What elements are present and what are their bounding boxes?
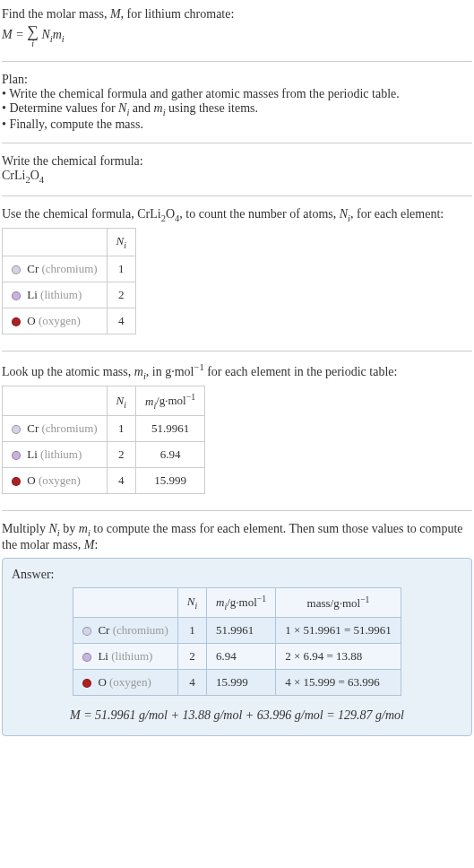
header-mass: mass/g·mol−1 [276, 588, 401, 618]
element-dot-icon [82, 679, 91, 688]
chemical-formula: CrLi2O4 [2, 169, 472, 185]
intro-var-m: M [110, 7, 121, 21]
plan-bullet-1: • Write the chemical formula and gather … [2, 87, 472, 101]
intro-text-cont: , for lithium chromate: [121, 7, 235, 21]
step2-text: Use the chemical formula, CrLi2O4, to co… [2, 207, 472, 223]
answer-box: Answer: Ni mi/g·mol−1 mass/g·mol−1 Cr (c… [2, 558, 472, 736]
eq-mi: mi [53, 28, 65, 41]
plan-heading: Plan: [2, 73, 472, 87]
plan-section: Plan: • Write the chemical formula and g… [2, 69, 472, 135]
element-dot-icon [12, 291, 21, 300]
table-row: Li (lithium) 2 [3, 282, 136, 308]
table-header-row: Ni mi/g·mol−1 [3, 386, 205, 416]
table-row: O (oxygen) 4 [3, 308, 136, 334]
plan-bullet-2: • Determine values for Ni and mi using t… [2, 101, 472, 117]
step2-section: Use the chemical formula, CrLi2O4, to co… [2, 204, 472, 343]
header-ni: Ni [107, 386, 135, 416]
table-header-row: Ni mi/g·mol−1 mass/g·mol−1 [73, 588, 401, 618]
step1-heading: Write the chemical formula: [2, 154, 472, 169]
element-dot-icon [82, 627, 91, 636]
header-mi: mi/g·mol−1 [135, 386, 204, 416]
table-row: Li (lithium) 2 6.94 [3, 442, 205, 468]
answer-table: Ni mi/g·mol−1 mass/g·mol−1 Cr (chromium)… [73, 587, 401, 696]
step3-text: Look up the atomic mass, mi, in g·mol−1 … [2, 362, 472, 380]
element-dot-icon [12, 425, 21, 434]
table-row: O (oxygen) 4 15.999 4 × 15.999 = 63.996 [73, 670, 401, 696]
atom-count-table: Ni Cr (chromium) 1 Li (lithium) 2 O (oxy… [2, 228, 136, 334]
table-header-row: Ni [3, 229, 136, 256]
table-row: Cr (chromium) 1 51.9961 [3, 416, 205, 442]
divider [2, 351, 472, 352]
step4-section: Multiply Ni by mi to compute the mass fo… [2, 518, 472, 740]
step4-text: Multiply Ni by mi to compute the mass fo… [2, 522, 472, 552]
intro-equation: M = ∑i Nimi [2, 22, 472, 50]
divider [2, 195, 472, 196]
element-dot-icon [12, 477, 21, 486]
intro-section: Find the molar mass, M, for lithium chro… [2, 4, 472, 54]
step1-section: Write the chemical formula: CrLi2O4 [2, 151, 472, 188]
intro-text: Find the molar mass, [2, 7, 110, 21]
element-dot-icon [12, 451, 21, 460]
element-dot-icon [12, 317, 21, 326]
divider [2, 61, 472, 62]
header-ni: Ni [177, 588, 206, 618]
element-dot-icon [82, 653, 91, 662]
header-ni: Ni [107, 229, 135, 256]
step3-section: Look up the atomic mass, mi, in g·mol−1 … [2, 359, 472, 503]
sigma-icon: ∑i [27, 23, 39, 48]
atomic-mass-table: Ni mi/g·mol−1 Cr (chromium) 1 51.9961 Li… [2, 386, 205, 494]
plan-bullet-3: • Finally, compute the mass. [2, 117, 472, 132]
eq-lhs: M = [2, 28, 27, 41]
divider [2, 143, 472, 143]
table-row: Cr (chromium) 1 51.9961 1 × 51.9961 = 51… [73, 618, 401, 644]
table-row: O (oxygen) 4 15.999 [3, 468, 205, 494]
table-row: Cr (chromium) 1 [3, 256, 136, 282]
answer-label: Answer: [12, 568, 462, 582]
divider [2, 510, 472, 511]
header-mi: mi/g·mol−1 [207, 588, 276, 618]
eq-ni: Ni [41, 28, 52, 41]
element-dot-icon [12, 265, 21, 274]
table-row: Li (lithium) 2 6.94 2 × 6.94 = 13.88 [73, 644, 401, 670]
answer-result: M = 51.9961 g/mol + 13.88 g/mol + 63.996… [12, 705, 462, 723]
